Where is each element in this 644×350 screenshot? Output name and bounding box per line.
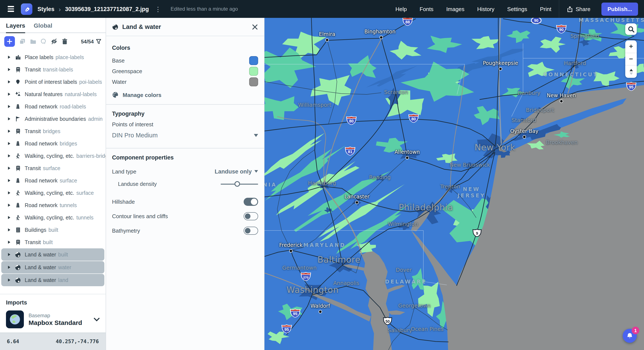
layer-row[interactable]: Walking, cycling, etc.barriers-bridges — [1, 150, 104, 162]
expand-caret-icon[interactable] — [7, 104, 12, 109]
nav-fonts[interactable]: Fonts — [413, 6, 440, 12]
expand-caret-icon[interactable] — [7, 154, 12, 158]
zoom-in-button[interactable]: + — [625, 40, 637, 52]
notifications-bell-button[interactable]: 1 — [623, 329, 637, 343]
hide-layer-eye-off-icon[interactable] — [51, 38, 58, 45]
mapbox-studio-logo[interactable] — [21, 3, 32, 15]
base-color-swatch[interactable] — [249, 56, 258, 65]
layer-name: Transit — [25, 165, 41, 171]
map-place-label: Oyster Bay — [510, 128, 538, 135]
nav-history[interactable]: History — [471, 6, 501, 12]
delete-layer-trash-icon[interactable] — [61, 38, 68, 45]
style-options-kebab-icon[interactable]: ⋮ — [154, 6, 162, 12]
breadcrumb-styles[interactable]: Styles — [38, 6, 54, 12]
font-select[interactable]: DIN Pro Medium — [112, 131, 258, 145]
nav-help[interactable]: Help — [389, 6, 413, 12]
group-layers-folder-icon[interactable] — [30, 38, 36, 45]
layer-name: Walking, cycling, etc. — [25, 190, 74, 196]
select-layer-icon[interactable] — [40, 38, 47, 45]
menu-icon[interactable] — [6, 4, 16, 13]
contour-lines-toggle[interactable] — [244, 212, 258, 220]
layer-row[interactable]: Natural featuresnatural-labels — [1, 88, 104, 100]
expand-caret-icon[interactable] — [7, 141, 12, 146]
expand-caret-icon[interactable] — [7, 228, 12, 232]
layer-row[interactable]: Road networkbridges — [1, 137, 104, 150]
add-layer-button[interactable] — [4, 36, 15, 47]
layer-name: Land & water — [25, 252, 56, 257]
divider — [106, 104, 264, 105]
nav-images[interactable]: Images — [440, 6, 471, 12]
layer-row[interactable]: Road networktunnels — [1, 199, 104, 211]
layer-counter: 54/54 — [81, 38, 94, 44]
expand-caret-icon[interactable] — [7, 240, 12, 244]
layer-row-selected[interactable]: Land & waterbuilt — [1, 248, 104, 261]
layer-row[interactable]: Road networkroad-labels — [1, 100, 104, 113]
land-type-value: Landuse only — [215, 168, 252, 175]
map-place-label: Danbury — [518, 90, 540, 96]
zoom-out-button[interactable]: − — [625, 52, 637, 65]
place-dot-marker — [522, 135, 526, 139]
pitch-toggle-button[interactable] — [625, 65, 637, 78]
layer-row[interactable]: Walking, cycling, etc.tunnels — [1, 211, 104, 224]
layer-row[interactable]: Road networksurface — [1, 174, 104, 187]
landuse-density-slider[interactable] — [221, 181, 258, 187]
layer-row[interactable]: Transitbridges — [1, 125, 104, 137]
bathymetry-toggle[interactable] — [244, 227, 258, 235]
filter-funnel-icon[interactable] — [96, 39, 101, 44]
map-search-button[interactable] — [625, 23, 637, 35]
tab-layers[interactable]: Layers — [6, 18, 25, 33]
layer-row[interactable]: Transitbuilt — [1, 236, 104, 248]
slider-thumb[interactable] — [234, 181, 240, 187]
map-place-label: Springfield — [570, 33, 599, 39]
expand-caret-icon[interactable] — [7, 166, 12, 170]
svg-text:90: 90 — [559, 27, 564, 32]
land-type-select[interactable]: Landuse only — [215, 168, 258, 175]
layer-row[interactable]: Place labelsplace-labels — [1, 51, 104, 63]
share-button[interactable]: Share — [560, 6, 597, 12]
manage-colors-button[interactable]: Manage colors — [112, 91, 258, 98]
layer-row[interactable]: Walking, cycling, etc.surface — [1, 187, 104, 199]
divider — [558, 0, 559, 18]
expand-caret-icon[interactable] — [7, 203, 12, 207]
expand-caret-icon[interactable] — [7, 278, 12, 282]
layer-row-selected[interactable]: Land & waterland — [1, 274, 104, 286]
expand-caret-icon[interactable] — [7, 215, 12, 220]
water-color-swatch[interactable] — [249, 77, 258, 86]
layer-suffix: place-labels — [56, 54, 84, 60]
chevron-down-icon[interactable] — [94, 316, 100, 323]
layer-row[interactable]: Transittransit-labels — [1, 63, 104, 76]
expand-caret-icon[interactable] — [7, 252, 12, 257]
publish-button[interactable]: Publish... — [602, 2, 638, 15]
expand-caret-icon[interactable] — [7, 55, 12, 59]
map-canvas[interactable]: ElmiraBinghamtonPoughkeepsieNew HavenOys… — [264, 18, 644, 350]
hillshade-toggle[interactable] — [244, 198, 258, 206]
expand-caret-icon[interactable] — [7, 191, 12, 195]
tab-global[interactable]: Global — [34, 18, 52, 32]
expand-caret-icon[interactable] — [7, 265, 12, 269]
expand-caret-icon[interactable] — [7, 67, 12, 72]
svg-text:80: 80 — [411, 117, 416, 121]
layer-row[interactable]: Transitsurface — [1, 162, 104, 174]
style-file-name[interactable]: 30395639_121237712087_2.jpg — [65, 6, 149, 12]
layer-row[interactable]: Administrative boundariesadmin — [1, 113, 104, 125]
basemap-import-card[interactable]: Basemap Mapbox Standard — [6, 311, 100, 328]
nav-settings[interactable]: Settings — [501, 6, 534, 12]
expand-caret-icon[interactable] — [7, 129, 12, 133]
expand-caret-icon[interactable] — [7, 92, 12, 96]
pedestrian-icon — [15, 190, 21, 196]
map-place-label: Reading — [369, 174, 391, 180]
expand-caret-icon[interactable] — [7, 80, 12, 84]
close-icon[interactable] — [252, 24, 258, 30]
duplicate-layer-icon[interactable] — [19, 38, 26, 45]
map-place-label: Waldorf — [310, 303, 330, 309]
svg-text:95: 95 — [629, 85, 634, 89]
layer-row[interactable]: Point of interest labelspoi-labels — [1, 76, 104, 88]
expand-caret-icon[interactable] — [7, 178, 12, 183]
greenspace-color-swatch[interactable] — [249, 67, 258, 76]
expand-caret-icon[interactable] — [7, 117, 12, 121]
layer-row-selected[interactable]: Land & waterwater — [1, 261, 104, 273]
nav-print[interactable]: Print — [534, 6, 558, 12]
layer-row[interactable]: Buildingsbuilt — [1, 224, 104, 236]
layer-suffix: surface — [60, 177, 77, 183]
layer-suffix: tunnels — [76, 214, 94, 220]
